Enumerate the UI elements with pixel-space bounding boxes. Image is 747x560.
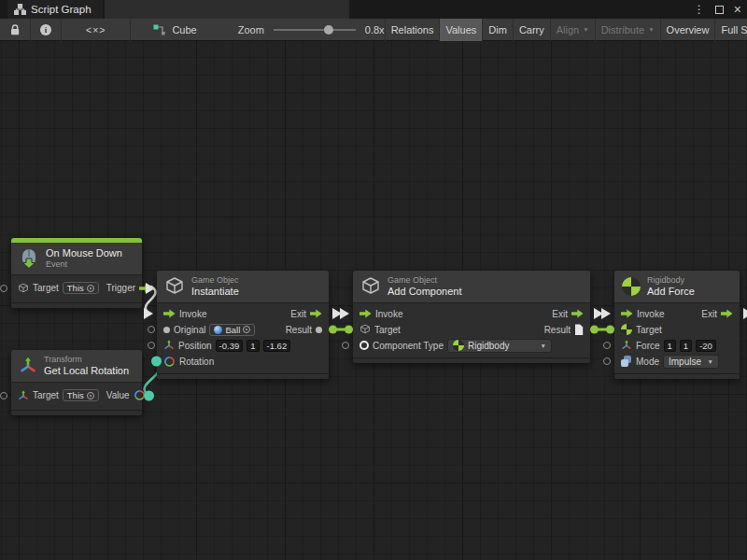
transform-icon bbox=[19, 357, 37, 375]
component-type-dropdown[interactable]: Rigidbody ▼ bbox=[447, 339, 552, 353]
target-input-port[interactable] bbox=[0, 285, 7, 292]
lock-button[interactable] bbox=[0, 19, 31, 41]
tab-script-graph[interactable]: Script Graph bbox=[7, 0, 103, 19]
original-label: Original bbox=[174, 325, 205, 335]
invoke-label: Invoke bbox=[637, 309, 664, 319]
game-object-icon bbox=[360, 276, 381, 297]
zoom-slider-track[interactable] bbox=[274, 29, 356, 31]
position-x-field[interactable]: -0.39 bbox=[216, 340, 244, 352]
port-row: Component Type Rigidbody ▼ bbox=[353, 338, 590, 354]
invoke-input-port[interactable] bbox=[601, 308, 611, 319]
force-input-port[interactable] bbox=[603, 342, 611, 349]
node-get-local-rotation[interactable]: Transform Get Local Rotation Target This… bbox=[11, 350, 142, 415]
node-on-mouse-down[interactable]: On Mouse Down Event Target This Trigger bbox=[11, 238, 142, 308]
force-x-field[interactable]: 1 bbox=[664, 340, 676, 352]
zoom-label: Zoom bbox=[238, 24, 264, 35]
vector3-icon bbox=[163, 340, 175, 351]
component-doc-icon bbox=[574, 324, 584, 336]
rotation-icon bbox=[163, 356, 176, 368]
dim-button[interactable]: Dim bbox=[482, 19, 513, 41]
enum-icon bbox=[621, 356, 632, 367]
target-label: Target bbox=[33, 390, 59, 400]
game-object-icon bbox=[359, 324, 371, 335]
overview-button[interactable]: Overview bbox=[660, 19, 715, 41]
value-label: Value bbox=[106, 390, 130, 400]
tab-strip bbox=[105, 0, 349, 19]
breadcrumb-graph[interactable]: Cube bbox=[153, 24, 196, 35]
chevron-down-icon: ▼ bbox=[648, 26, 654, 33]
node-add-force[interactable]: Rigidbody Add Force Invoke Exit T bbox=[614, 271, 740, 379]
node-header[interactable]: Transform Get Local Rotation bbox=[11, 350, 142, 383]
zoom-value: 0.8x bbox=[365, 24, 385, 35]
target-input-port[interactable] bbox=[0, 392, 7, 399]
zoom-slider-handle[interactable] bbox=[324, 25, 333, 35]
node-category: Game Objec bbox=[191, 275, 239, 286]
info-button[interactable]: i bbox=[31, 19, 62, 41]
this-object-chip[interactable]: This bbox=[63, 282, 99, 294]
values-button[interactable]: Values bbox=[439, 19, 482, 41]
original-input-port[interactable] bbox=[148, 326, 155, 333]
force-mode-dropdown[interactable]: Impulse ▼ bbox=[663, 355, 719, 369]
mode-label: Mode bbox=[636, 357, 659, 367]
mode-input-port[interactable] bbox=[603, 357, 611, 365]
node-footer bbox=[11, 410, 142, 415]
target-connection[interactable] bbox=[590, 326, 614, 334]
zoom-control: Zoom 0.8x bbox=[238, 24, 385, 35]
result-output-port[interactable] bbox=[316, 327, 322, 333]
position-input-port[interactable] bbox=[148, 342, 155, 349]
object-picker-icon[interactable] bbox=[87, 285, 94, 292]
node-footer bbox=[614, 373, 740, 379]
position-y-field[interactable]: 1 bbox=[247, 340, 259, 352]
node-header[interactable]: On Mouse Down Event bbox=[11, 243, 142, 275]
value-port-icon bbox=[163, 327, 170, 333]
port-row: Target Result bbox=[353, 322, 590, 338]
exit-label: Exit bbox=[552, 309, 568, 319]
exit-label: Exit bbox=[701, 309, 717, 319]
flow-arrow-icon bbox=[359, 309, 372, 318]
node-header[interactable]: Game Objec Instantiate bbox=[157, 271, 329, 303]
maximize-icon[interactable] bbox=[715, 6, 724, 14]
tab-title: Script Graph bbox=[31, 4, 92, 15]
value-output-port[interactable] bbox=[144, 390, 154, 400]
relations-button[interactable]: Relations bbox=[385, 19, 440, 41]
component-type-label: Component Type bbox=[373, 341, 444, 351]
node-title: Instantiate bbox=[191, 286, 239, 298]
force-y-field[interactable]: 1 bbox=[680, 340, 692, 352]
port-row: Target bbox=[614, 322, 740, 338]
component-type-input-port[interactable] bbox=[342, 342, 349, 349]
code-view-button[interactable]: <×> bbox=[62, 19, 131, 41]
node-header[interactable]: Game Object Add Component bbox=[353, 271, 590, 303]
fullscreen-button[interactable]: Full Screen bbox=[714, 19, 747, 41]
port-row: Force 1 1 -20 bbox=[614, 338, 740, 354]
rotation-input-port[interactable] bbox=[151, 357, 162, 367]
lock-icon bbox=[9, 23, 21, 35]
close-icon[interactable]: × bbox=[734, 3, 741, 16]
node-add-component[interactable]: Game Object Add Component Invoke Exit bbox=[353, 271, 590, 363]
node-footer bbox=[11, 302, 142, 308]
toolbar: i <×> Cube Zoom 0.8x Relations Values Di… bbox=[0, 19, 747, 41]
node-header[interactable]: Rigidbody Add Force bbox=[614, 271, 740, 303]
trigger-output-port[interactable] bbox=[146, 283, 155, 294]
invoke-input-port[interactable] bbox=[144, 308, 153, 319]
align-dropdown[interactable]: Align ▼ bbox=[550, 19, 595, 41]
distribute-dropdown[interactable]: Distribute ▼ bbox=[595, 19, 660, 41]
exit-output-port[interactable] bbox=[743, 308, 747, 319]
port-row: Rotation bbox=[157, 354, 329, 370]
menu-kebab-icon[interactable]: ⋮ bbox=[694, 4, 705, 15]
node-category: Transform bbox=[44, 355, 129, 365]
result-label: Result bbox=[544, 325, 571, 335]
graph-canvas[interactable]: On Mouse Down Event Target This Trigger bbox=[0, 41, 747, 560]
object-picker-icon[interactable] bbox=[243, 326, 250, 333]
object-picker-icon[interactable] bbox=[87, 392, 94, 399]
carry-button[interactable]: Carry bbox=[513, 19, 550, 41]
ball-object-chip[interactable]: Ball bbox=[209, 324, 255, 336]
node-instantiate[interactable]: Game Objec Instantiate Invoke Exit bbox=[157, 271, 329, 379]
this-object-chip[interactable]: This bbox=[63, 389, 99, 401]
position-z-field[interactable]: -1.62 bbox=[263, 340, 291, 352]
force-z-field[interactable]: -20 bbox=[696, 340, 716, 352]
target-connection[interactable] bbox=[329, 326, 353, 334]
port-row: Position -0.39 1 -1.62 bbox=[157, 338, 329, 354]
result-label: Result bbox=[286, 325, 312, 335]
invoke-input-port[interactable] bbox=[340, 308, 349, 319]
zoom-slider[interactable] bbox=[274, 24, 356, 35]
